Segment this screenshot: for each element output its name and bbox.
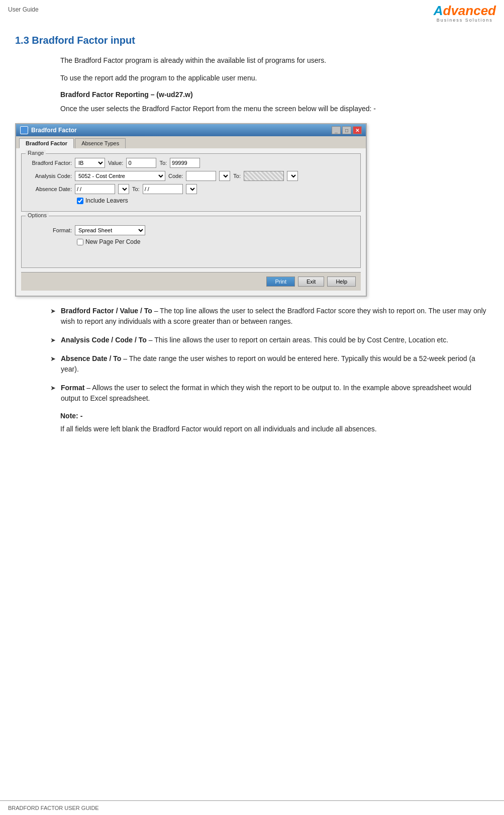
- main-content: 1.3 Bradford Factor input The Bradford F…: [0, 25, 504, 462]
- section-heading: 1.3 Bradford Factor input: [15, 35, 489, 46]
- dialog-title-label: Bradford Factor: [31, 127, 77, 134]
- code-label: Code:: [168, 173, 183, 179]
- range-group: Range Bradford Factor: IB Value: To:: [21, 153, 361, 212]
- to-input[interactable]: [170, 158, 200, 168]
- options-group-label: Options: [26, 212, 49, 218]
- print-button[interactable]: Print: [266, 277, 295, 287]
- analysis-label: Analysis Code:: [27, 173, 72, 179]
- header-label: User Guide: [8, 4, 39, 13]
- new-page-label: New Page Per Code: [85, 238, 140, 245]
- include-leavers-checkbox[interactable]: [77, 198, 83, 204]
- code-to-dropdown[interactable]: [287, 171, 298, 181]
- logo-a: A: [434, 3, 443, 18]
- dialog-body: Range Bradford Factor: IB Value: To:: [16, 148, 366, 296]
- note-section: Note: - If all fields were left blank th…: [60, 412, 489, 434]
- include-leavers-row: Include Leavers: [77, 197, 355, 204]
- logo-rest: dvanced: [443, 3, 496, 18]
- format-label: Format:: [27, 227, 72, 233]
- bullet-text-1: Bradford Factor / Value / To – The top l…: [61, 306, 489, 327]
- list-item: ➤ Format – Allows the user to select the…: [50, 383, 489, 404]
- note-text: If all fields were left blank the Bradfo…: [60, 424, 489, 434]
- absence-label: Absence Date:: [27, 186, 72, 192]
- range-group-label: Range: [26, 150, 46, 156]
- note-heading: Note: -: [60, 412, 489, 420]
- list-item: ➤ Absence Date / To – The date range the…: [50, 353, 489, 375]
- bullet-list: ➤ Bradford Factor / Value / To – The top…: [50, 306, 489, 404]
- bullet-bold-4: Format: [61, 384, 84, 392]
- bold-heading-1: Bradford Factor Reporting – (w-ud27.w): [60, 90, 489, 99]
- bullet-rest-3: – The date range the user wishes to repo…: [61, 354, 475, 373]
- bullet-bold-3: Absence Date / To: [61, 354, 121, 363]
- dialog-titlebar: Bradford Factor _ □ ✕: [16, 124, 366, 136]
- bullet-bold-2: Analysis Code / Code / To: [61, 336, 147, 344]
- to-label: To:: [159, 160, 167, 166]
- bullet-bold-1: Bradford Factor / Value / To: [61, 307, 152, 315]
- code-input[interactable]: [186, 171, 216, 181]
- minimize-button[interactable]: _: [332, 126, 341, 134]
- abs-date-to-dropdown[interactable]: [186, 184, 197, 194]
- content-indent: The Bradford Factor program is already w…: [60, 55, 489, 114]
- abs-to-label: To:: [132, 186, 140, 192]
- help-button[interactable]: Help: [327, 277, 356, 287]
- list-item: ➤ Analysis Code / Code / To – This line …: [50, 335, 489, 345]
- logo: Advanced Business Solutions: [434, 4, 496, 23]
- dialog-title-buttons: _ □ ✕: [332, 126, 362, 134]
- bf-label: Bradford Factor:: [27, 160, 72, 166]
- absence-date-row: Absence Date: To:: [27, 184, 355, 194]
- analysis-code-row: Analysis Code: 5052 - Cost Centre Code: …: [27, 171, 355, 181]
- logo-subtitle: Business Solutions: [434, 18, 496, 23]
- bullet-arrow-2: ➤: [50, 335, 56, 345]
- bradford-factor-row: Bradford Factor: IB Value: To:: [27, 158, 355, 168]
- bullet-text-2: Analysis Code / Code / To – This line al…: [61, 335, 448, 345]
- include-leavers-label: Include Leavers: [85, 197, 128, 204]
- options-spacer: [27, 247, 355, 262]
- exit-button[interactable]: Exit: [298, 277, 324, 287]
- bullet-text-4: Format – Allows the user to select the f…: [61, 383, 489, 404]
- bullet-rest-2: – This line allows the user to report on…: [147, 336, 448, 344]
- value-label: Value:: [108, 160, 123, 166]
- options-group: Options Format: Spread Sheet New Page Pe…: [21, 216, 361, 268]
- format-select[interactable]: Spread Sheet: [75, 225, 145, 235]
- para-2: To use the report add the program to the…: [60, 73, 489, 83]
- bullet-rest-4: – Allows the user to select the format i…: [61, 384, 471, 402]
- logo-text: Advanced: [434, 4, 496, 17]
- list-item: ➤ Bradford Factor / Value / To – The top…: [50, 306, 489, 327]
- analysis-select[interactable]: 5052 - Cost Centre: [75, 171, 165, 181]
- para-1: The Bradford Factor program is already w…: [60, 55, 489, 66]
- value-input[interactable]: [126, 158, 156, 168]
- footer-text: BRADFORD FACTOR USER GUIDE: [8, 805, 99, 811]
- dialog-footer: Print Exit Help: [21, 272, 361, 291]
- new-page-row: New Page Per Code: [77, 238, 355, 245]
- dialog-tabs: Bradford Factor Absence Types: [16, 136, 366, 148]
- format-row: Format: Spread Sheet: [27, 225, 355, 235]
- bullet-text-3: Absence Date / To – The date range the u…: [61, 353, 489, 375]
- bullet-arrow-1: ➤: [50, 306, 56, 327]
- close-button[interactable]: ✕: [353, 126, 362, 134]
- dialog-box: Bradford Factor _ □ ✕ Bradford Factor Ab…: [15, 123, 367, 297]
- para-3: Once the user selects the Bradford Facto…: [60, 104, 489, 114]
- abs-date-to[interactable]: [143, 184, 183, 194]
- new-page-checkbox[interactable]: [77, 239, 83, 245]
- tab-bradford-factor[interactable]: Bradford Factor: [19, 138, 74, 148]
- abs-date-from-dropdown[interactable]: [118, 184, 129, 194]
- code-to-label: To:: [233, 173, 241, 179]
- page-header: User Guide Advanced Business Solutions: [0, 0, 504, 25]
- dialog-icon: [20, 126, 28, 134]
- page-footer: BRADFORD FACTOR USER GUIDE: [0, 800, 504, 815]
- tab-absence-types[interactable]: Absence Types: [75, 138, 126, 148]
- bullet-arrow-3: ➤: [50, 353, 56, 375]
- bullet-arrow-4: ➤: [50, 383, 56, 404]
- bf-select[interactable]: IB: [75, 158, 105, 168]
- dialog-title: Bradford Factor: [20, 126, 77, 134]
- maximize-button[interactable]: □: [342, 126, 351, 134]
- abs-date-from[interactable]: [75, 184, 115, 194]
- hatch-input: [244, 171, 284, 181]
- code-dropdown[interactable]: [219, 171, 230, 181]
- dialog-wrapper: Bradford Factor _ □ ✕ Bradford Factor Ab…: [15, 123, 489, 297]
